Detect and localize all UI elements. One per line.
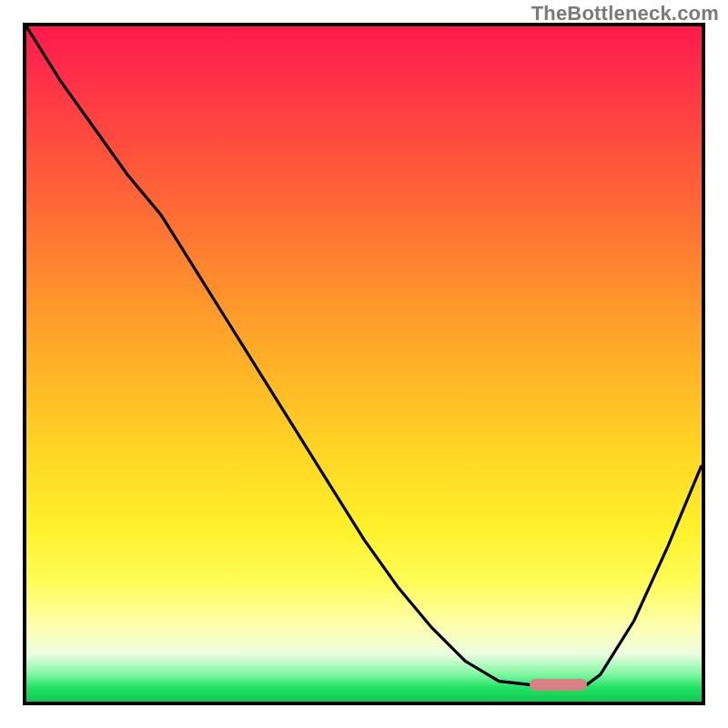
optimal-range-marker [530, 679, 587, 691]
chart-frame: TheBottleneck.com [0, 0, 728, 728]
plot-area [23, 23, 705, 705]
curve-path [26, 26, 702, 684]
bottleneck-curve [26, 26, 702, 702]
